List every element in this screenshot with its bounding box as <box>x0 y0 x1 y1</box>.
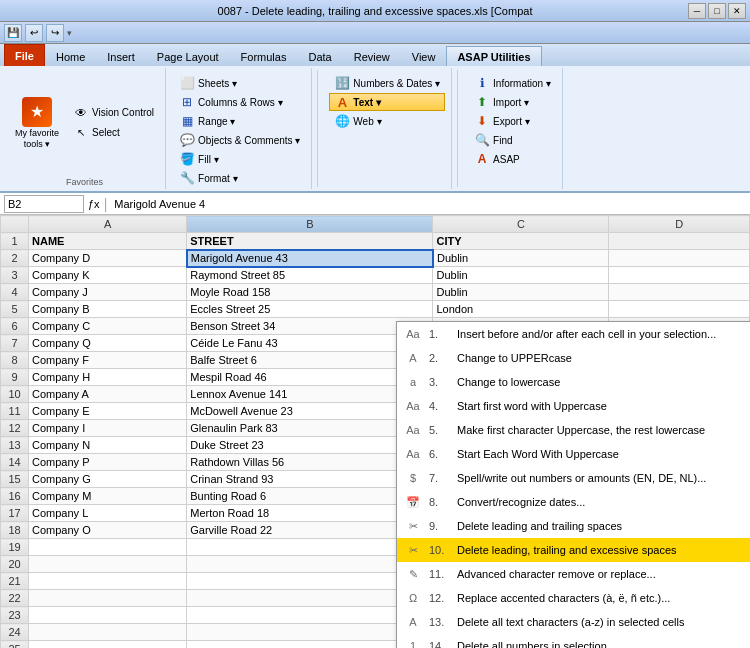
cell[interactable]: STREET <box>187 233 433 250</box>
cell[interactable] <box>609 250 750 267</box>
cell[interactable]: Company N <box>29 437 187 454</box>
dropdown-item[interactable]: ✂9.Delete leading and trailing spaces <box>397 514 750 538</box>
tab-review[interactable]: Review <box>343 46 401 66</box>
cell[interactable]: Company F <box>29 352 187 369</box>
columns-rows-icon: ⊞ <box>179 94 195 110</box>
dropdown-item[interactable]: ✎11.Advanced character remove or replace… <box>397 562 750 586</box>
select-button[interactable]: ↖ Select <box>68 124 159 142</box>
format-button[interactable]: 🔧 Format ▾ <box>174 169 305 187</box>
cell[interactable] <box>29 556 187 573</box>
formula-input[interactable] <box>111 198 746 210</box>
dropdown-item[interactable]: $7.Spell/write out numbers or amounts (E… <box>397 466 750 490</box>
cell[interactable]: Company A <box>29 386 187 403</box>
cell[interactable]: Company K <box>29 267 187 284</box>
my-favorite-tools-button[interactable]: ★ My favoritetools ▾ <box>10 93 64 153</box>
objects-comments-button[interactable]: 💬 Objects & Comments ▾ <box>174 131 305 149</box>
save-quick-button[interactable]: 💾 <box>4 24 22 42</box>
dropdown-item[interactable]: 📅8.Convert/recognize dates... <box>397 490 750 514</box>
minimize-button[interactable]: ─ <box>688 3 706 19</box>
cell[interactable]: Company I <box>29 420 187 437</box>
import-button[interactable]: ⬆ Import ▾ <box>469 93 556 111</box>
cell[interactable]: Company O <box>29 522 187 539</box>
cell[interactable]: Company H <box>29 369 187 386</box>
cell[interactable]: Raymond Street 85 <box>187 267 433 284</box>
function-button[interactable]: ƒx <box>88 198 100 210</box>
cell[interactable]: Moyle Road 158 <box>187 284 433 301</box>
cell[interactable] <box>29 607 187 624</box>
tab-asap-utilities[interactable]: ASAP Utilities <box>446 46 541 66</box>
range-button[interactable]: ▦ Range ▾ <box>174 112 305 130</box>
cell[interactable]: Dublin <box>433 267 609 284</box>
dropdown-item[interactable]: Aa6.Start Each Word With Uppercase <box>397 442 750 466</box>
dropdown-item[interactable]: 114.Delete all numbers in selection <box>397 634 750 648</box>
cell[interactable]: CITY <box>433 233 609 250</box>
close-button[interactable]: ✕ <box>728 3 746 19</box>
columns-rows-button[interactable]: ⊞ Columns & Rows ▾ <box>174 93 305 111</box>
tab-insert[interactable]: Insert <box>96 46 146 66</box>
dropdown-item[interactable]: Aa4.Start first word with Uppercase <box>397 394 750 418</box>
cell[interactable]: Company D <box>29 250 187 267</box>
cell[interactable]: Company C <box>29 318 187 335</box>
cell[interactable]: Company B <box>29 301 187 318</box>
cell[interactable]: Company L <box>29 505 187 522</box>
web-button[interactable]: 🌐 Web ▾ <box>329 112 445 130</box>
cell[interactable]: Marigold Avenue 43 <box>187 250 433 267</box>
spreadsheet[interactable]: A B C D 1NAMESTREETCITY2Company DMarigol… <box>0 215 750 648</box>
tab-page-layout[interactable]: Page Layout <box>146 46 230 66</box>
asap-button[interactable]: A ASAP <box>469 150 556 168</box>
col-header-d[interactable]: D <box>609 216 750 233</box>
cell[interactable]: Company M <box>29 488 187 505</box>
text-button[interactable]: A Text ▾ <box>329 93 445 111</box>
col-header-b[interactable]: B <box>187 216 433 233</box>
tab-formulas[interactable]: Formulas <box>230 46 298 66</box>
tab-file[interactable]: File <box>4 44 45 66</box>
maximize-button[interactable]: □ <box>708 3 726 19</box>
fill-button[interactable]: 🪣 Fill ▾ <box>174 150 305 168</box>
find-button[interactable]: 🔍 Find <box>469 131 556 149</box>
quick-access-toolbar: 💾 ↩ ↪ ▾ <box>0 22 750 44</box>
cell[interactable]: Eccles Street 25 <box>187 301 433 318</box>
cell[interactable] <box>29 573 187 590</box>
dropdown-item[interactable]: a3.Change to lowercase <box>397 370 750 394</box>
cell[interactable] <box>29 624 187 641</box>
cell[interactable]: Dublin <box>433 284 609 301</box>
text-dropdown-menu: Aa1.Insert before and/or after each cell… <box>396 321 750 648</box>
quick-access-dropdown[interactable]: ▾ <box>67 28 72 38</box>
cell[interactable]: Company E <box>29 403 187 420</box>
export-button[interactable]: ⬇ Export ▾ <box>469 112 556 130</box>
tab-home[interactable]: Home <box>45 46 96 66</box>
vision-control-button[interactable]: 👁 Vision Control <box>68 104 159 122</box>
cell[interactable]: NAME <box>29 233 187 250</box>
numbers-dates-button[interactable]: 🔢 Numbers & Dates ▾ <box>329 74 445 92</box>
tab-data[interactable]: Data <box>297 46 342 66</box>
cell[interactable]: Company P <box>29 454 187 471</box>
col-header-a[interactable]: A <box>29 216 187 233</box>
dropdown-item[interactable]: A2.Change to UPPERcase <box>397 346 750 370</box>
tab-view[interactable]: View <box>401 46 447 66</box>
sheets-button[interactable]: ⬜ Sheets ▾ <box>174 74 305 92</box>
col-header-c[interactable]: C <box>433 216 609 233</box>
cell[interactable] <box>29 590 187 607</box>
cell[interactable]: Company G <box>29 471 187 488</box>
cell[interactable]: Company J <box>29 284 187 301</box>
cell[interactable]: Company Q <box>29 335 187 352</box>
undo-quick-button[interactable]: ↩ <box>25 24 43 42</box>
cell[interactable] <box>29 539 187 556</box>
dropdown-item[interactable]: Ω12.Replace accented characters (à, ë, ñ… <box>397 586 750 610</box>
cell[interactable]: Dublin <box>433 250 609 267</box>
dropdown-item[interactable]: Aa1.Insert before and/or after each cell… <box>397 322 750 346</box>
cell[interactable] <box>609 233 750 250</box>
cell[interactable] <box>609 267 750 284</box>
information-button[interactable]: ℹ Information ▾ <box>469 74 556 92</box>
dropdown-item-text: Convert/recognize dates... <box>457 496 585 508</box>
window-controls[interactable]: ─ □ ✕ <box>688 3 746 19</box>
dropdown-item[interactable]: A13.Delete all text characters (a-z) in … <box>397 610 750 634</box>
dropdown-item[interactable]: ✂10.Delete leading, trailing and excessi… <box>397 538 750 562</box>
cell[interactable] <box>609 301 750 318</box>
cell[interactable] <box>609 284 750 301</box>
cell[interactable] <box>29 641 187 649</box>
redo-quick-button[interactable]: ↪ <box>46 24 64 42</box>
cell[interactable]: London <box>433 301 609 318</box>
name-box[interactable] <box>4 195 84 213</box>
dropdown-item[interactable]: Aa5.Make first character Uppercase, the … <box>397 418 750 442</box>
